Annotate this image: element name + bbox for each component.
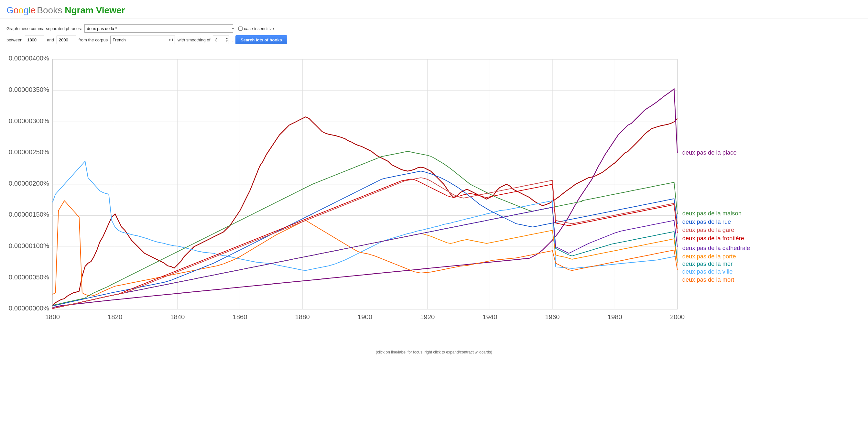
spinner-up[interactable]: ▲ [225,36,228,40]
ngram-viewer-title: Ngram Viewer [65,5,125,16]
svg-text:1880: 1880 [295,313,310,321]
legend-gare[interactable]: deux pas de la gare [682,226,735,233]
svg-text:1960: 1960 [545,313,559,321]
case-insensitive-wrapper: case-insensitive [238,26,274,31]
svg-text:1820: 1820 [108,313,122,321]
phrase-row: Graph these comma-separated phrases: ▼ c… [6,24,862,33]
corpus-dropdown-wrapper[interactable]: FrenchEnglishEnglish FictionEnglish One … [110,36,175,44]
legend-frontiere[interactable]: deux pas de la frontière [682,235,744,242]
legend-mer[interactable]: deux pas de la mer [682,260,733,267]
legend-cathedrale[interactable]: deux pas de la cathédrale [682,244,750,251]
svg-text:1940: 1940 [483,313,497,321]
period-label: . [231,37,233,42]
legend-place[interactable]: deux pas de la place [682,149,737,156]
chart-area: 0.00000400% 0.00000350% 0.00000300% 0.00… [0,50,868,358]
ngram-chart[interactable]: 0.00000400% 0.00000350% 0.00000300% 0.00… [6,53,862,349]
header-divider [0,18,868,19]
with-smoothing-label: with smoothing of [178,37,210,42]
case-insensitive-checkbox[interactable] [238,27,243,31]
and-label: and [47,37,54,42]
svg-text:2000: 2000 [670,313,685,321]
phrase-input[interactable] [84,24,233,33]
phrase-label: Graph these comma-separated phrases: [6,26,82,31]
svg-text:0.00000100%: 0.00000100% [9,242,49,249]
logo: Google Books Ngram Viewer [6,5,125,16]
from-corpus-label: from the corpus [79,37,108,42]
svg-text:0.00000250%: 0.00000250% [9,148,49,156]
year-row: between and from the corpus FrenchEnglis… [6,35,862,44]
legend-maison[interactable]: deux pas de la maison [682,210,742,217]
legend-rue[interactable]: deux pas de la rue [682,218,731,225]
svg-text:1980: 1980 [608,313,622,321]
year-to-input[interactable] [57,36,76,44]
chart-footer-note: (click on line/label for focus, right cl… [6,350,862,358]
spinner-buttons: ▲ ▼ [225,36,228,44]
case-insensitive-label: case-insensitive [244,26,274,31]
svg-text:1800: 1800 [45,313,60,321]
svg-text:0.00000200%: 0.00000200% [9,180,49,187]
legend-porte[interactable]: deux pas de la porte [682,253,736,260]
smoothing-spinner[interactable]: ▲ ▼ [213,36,229,44]
svg-text:1860: 1860 [232,313,247,321]
legend-ville[interactable]: deux pas de la ville [682,268,733,275]
svg-text:1840: 1840 [170,313,185,321]
svg-text:0.00000050%: 0.00000050% [9,274,49,281]
svg-text:0.00000150%: 0.00000150% [9,211,49,218]
svg-text:0.00000350%: 0.00000350% [9,86,49,93]
chart-container: 0.00000400% 0.00000350% 0.00000300% 0.00… [6,53,862,358]
google-logo: Google [6,5,36,16]
corpus-select[interactable]: FrenchEnglishEnglish FictionEnglish One … [110,36,175,44]
svg-text:1920: 1920 [420,313,435,321]
svg-text:1900: 1900 [358,313,372,321]
year-from-input[interactable] [25,36,44,44]
between-label: between [6,37,22,42]
svg-text:0.00000400%: 0.00000400% [9,55,49,62]
svg-text:0.00000300%: 0.00000300% [9,117,49,124]
search-button[interactable]: Search lots of books [236,35,287,44]
header: Google Books Ngram Viewer [0,0,868,18]
controls-panel: Graph these comma-separated phrases: ▼ c… [0,22,868,50]
books-logo-text: Books [37,5,62,16]
spinner-down[interactable]: ▼ [225,40,228,43]
svg-text:0.00000000%: 0.00000000% [9,305,49,312]
legend-mort[interactable]: deux pas de la mort [682,276,735,283]
